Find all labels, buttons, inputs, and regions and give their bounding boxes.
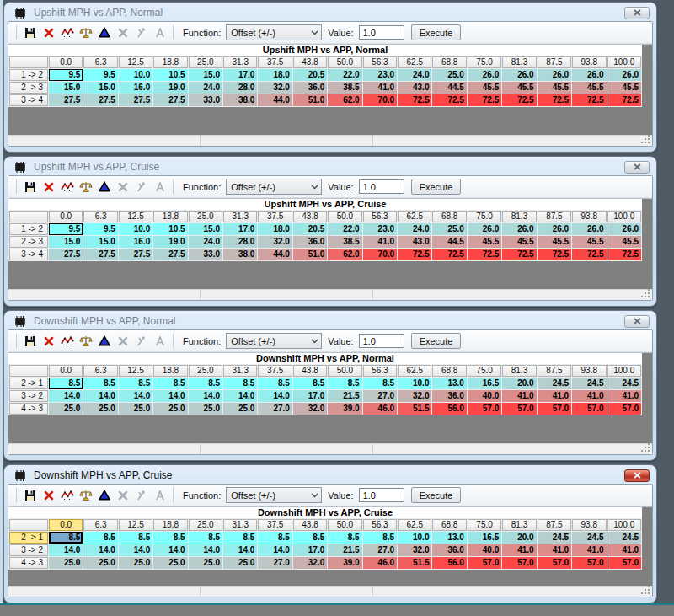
column-header[interactable]: 62.5 — [398, 56, 431, 68]
table-cell[interactable]: 8.5 — [119, 378, 152, 389]
table-cell[interactable]: 27.0 — [363, 390, 397, 402]
window-titlebar[interactable]: Downshift MPH vs APP, Normal — [8, 311, 653, 329]
table-cell[interactable]: 8.5 — [153, 378, 187, 389]
column-header[interactable]: 43.8 — [293, 211, 327, 222]
table-cell[interactable]: 8.5 — [293, 532, 327, 544]
table-cell[interactable]: 32.0 — [398, 390, 431, 402]
value-input[interactable] — [359, 25, 404, 40]
table-cell[interactable]: 14.0 — [189, 390, 222, 402]
table-cell[interactable]: 17.0 — [293, 390, 327, 402]
delta-icon[interactable] — [95, 333, 113, 350]
table-cell[interactable]: 32.0 — [258, 236, 292, 248]
table-cell[interactable]: 27.5 — [83, 249, 117, 260]
table-cell[interactable]: 51.0 — [293, 94, 327, 106]
table-cell[interactable]: 26.0 — [572, 223, 606, 235]
column-header[interactable]: 87.5 — [538, 519, 571, 531]
table-cell[interactable]: 8.5 — [83, 532, 117, 544]
column-header[interactable]: 31.3 — [223, 519, 257, 531]
table-cell[interactable]: 44.0 — [258, 249, 292, 260]
table-cell[interactable]: 25.0 — [189, 557, 222, 569]
table-cell[interactable]: 39.0 — [328, 403, 361, 415]
table-cell[interactable]: 16.5 — [468, 378, 501, 389]
column-header[interactable]: 81.3 — [502, 56, 536, 68]
table-cell[interactable]: 17.0 — [223, 69, 257, 81]
column-header[interactable]: 0.0 — [49, 211, 83, 222]
graph-icon[interactable] — [58, 487, 76, 504]
compare-scales-icon[interactable] — [77, 179, 94, 196]
table-cell[interactable]: 27.0 — [258, 557, 292, 569]
table-cell[interactable]: 70.0 — [363, 249, 397, 260]
delete-x-icon[interactable] — [40, 179, 57, 196]
table-cell[interactable]: 14.0 — [223, 390, 257, 402]
column-header[interactable]: 87.5 — [538, 365, 571, 377]
table-cell[interactable]: 8.5 — [223, 378, 257, 389]
graph-icon[interactable] — [58, 179, 76, 196]
close-button[interactable] — [624, 315, 650, 328]
table-cell[interactable]: 14.0 — [119, 544, 152, 556]
table-cell[interactable]: 32.0 — [293, 557, 327, 569]
column-header[interactable]: 0.0 — [49, 56, 83, 68]
table-cell[interactable]: 41.0 — [363, 82, 397, 94]
table-cell[interactable]: 20.5 — [293, 69, 327, 81]
column-header[interactable]: 62.5 — [398, 365, 431, 377]
row-header[interactable]: 4 -> 3 — [9, 557, 48, 569]
column-header[interactable]: 75.0 — [468, 519, 501, 531]
row-header[interactable]: 1 -> 2 — [9, 69, 48, 81]
table-cell[interactable]: 18.0 — [258, 69, 292, 81]
graph-icon[interactable] — [58, 333, 76, 350]
table-cell[interactable]: 25.0 — [119, 403, 152, 415]
table-cell[interactable]: 28.0 — [223, 236, 257, 248]
table-cell[interactable]: 56.0 — [432, 557, 466, 569]
table-cell[interactable]: 8.5 — [258, 378, 292, 389]
table-cell[interactable]: 15.0 — [83, 82, 117, 94]
column-header[interactable]: 31.3 — [223, 211, 257, 222]
table-cell[interactable]: 41.0 — [572, 544, 606, 556]
resize-grip[interactable] — [641, 586, 651, 596]
value-input[interactable] — [359, 179, 404, 194]
table-cell[interactable]: 70.0 — [363, 94, 397, 106]
column-header[interactable]: 81.3 — [502, 365, 536, 377]
table-cell[interactable]: 27.5 — [119, 94, 152, 106]
table-cell[interactable]: 27.5 — [49, 249, 83, 260]
table-cell[interactable]: 51.0 — [293, 249, 327, 260]
column-header[interactable]: 18.8 — [153, 365, 187, 377]
table-cell[interactable]: 27.5 — [83, 94, 117, 106]
table-cell[interactable]: 8.5 — [363, 378, 397, 389]
execute-button[interactable]: Execute — [411, 24, 462, 40]
resize-grip[interactable] — [641, 443, 651, 453]
table-cell[interactable]: 14.0 — [153, 544, 187, 556]
table-cell[interactable]: 8.5 — [258, 532, 292, 544]
compare-scales-icon[interactable] — [77, 24, 94, 41]
corner-header[interactable] — [9, 56, 48, 68]
table-cell[interactable]: 51.5 — [398, 557, 431, 569]
table-cell[interactable]: 25.0 — [189, 403, 222, 415]
table-cell[interactable]: 44.5 — [432, 82, 466, 94]
table-cell[interactable]: 8.5 — [119, 532, 152, 544]
table-cell[interactable]: 8.5 — [363, 532, 397, 544]
window-titlebar[interactable]: Downshift MPH vs APP, Cruise — [8, 465, 653, 484]
delete-x-icon[interactable] — [40, 487, 57, 504]
column-header[interactable]: 100.0 — [607, 56, 642, 68]
table-cell[interactable]: 23.0 — [363, 223, 397, 235]
table-cell[interactable]: 27.5 — [153, 249, 187, 260]
table-cell[interactable]: 36.0 — [293, 236, 327, 248]
table-cell[interactable]: 36.0 — [293, 82, 327, 94]
table-cell[interactable]: 72.5 — [468, 94, 501, 106]
table-cell[interactable]: 20.0 — [502, 532, 536, 544]
table-cell[interactable]: 57.0 — [538, 557, 571, 569]
column-header[interactable]: 81.3 — [502, 211, 536, 222]
table-cell[interactable]: 9.5 — [49, 69, 83, 81]
function-select[interactable]: Offset (+/-) — [226, 333, 322, 349]
table-cell[interactable]: 25.0 — [223, 557, 257, 569]
table-cell[interactable]: 72.5 — [607, 94, 642, 106]
table-cell[interactable]: 10.0 — [398, 378, 431, 389]
table-cell[interactable]: 26.0 — [607, 69, 642, 81]
table-cell[interactable]: 72.5 — [607, 249, 642, 260]
table-cell[interactable]: 14.0 — [223, 544, 257, 556]
table-cell[interactable]: 20.0 — [502, 378, 536, 389]
row-header[interactable]: 2 -> 3 — [9, 236, 48, 248]
column-header[interactable]: 31.3 — [223, 365, 257, 377]
table-cell[interactable]: 19.0 — [153, 82, 187, 94]
delete-x-icon[interactable] — [40, 24, 57, 41]
table-cell[interactable]: 40.0 — [468, 544, 501, 556]
